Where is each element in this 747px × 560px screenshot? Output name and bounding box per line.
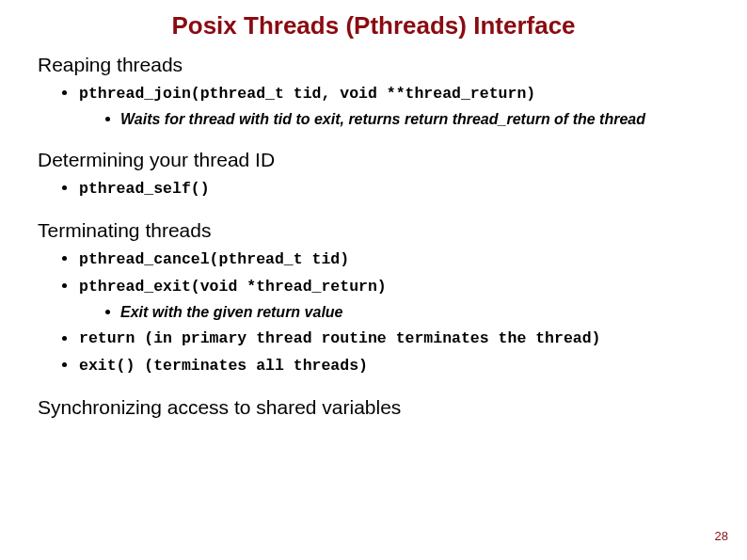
exit-sublist: Exit with the given return value [105,302,709,323]
list-item: Waits for thread with tid to exit, retur… [105,109,709,130]
section-reaping-heading: Reaping threads [38,54,709,76]
page-number: 28 [715,529,728,543]
pthread-exit-signature: pthread_exit(void *thread_return) [79,278,387,296]
list-item: pthread_self() [62,177,709,200]
list-item: return (in primary thread routine termin… [62,327,709,350]
terminating-list: pthread_cancel(pthread_t tid) pthread_ex… [62,248,709,377]
reaping-sublist: Waits for thread with tid to exit, retur… [105,109,709,130]
slide-title: Posix Threads (Pthreads) Interface [38,11,709,40]
self-list: pthread_self() [62,177,709,200]
pthread-join-signature: pthread_join(pthread_t tid, void **threa… [79,85,535,103]
return-note: return (in primary thread routine termin… [79,329,601,347]
pthread-join-note: Waits for thread with tid to exit, retur… [120,111,645,127]
reaping-list: pthread_join(pthread_t tid, void **threa… [62,82,709,130]
section-self-heading: Determining your thread ID [38,149,709,171]
slide: Posix Threads (Pthreads) Interface Reapi… [0,0,747,560]
list-item: pthread_exit(void *thread_return) Exit w… [62,275,709,323]
pthread-exit-note: Exit with the given return value [120,304,343,320]
pthread-self-signature: pthread_self() [79,180,210,198]
list-item: Exit with the given return value [105,302,709,323]
list-item: exit() (terminates all threads) [62,354,709,377]
section-sync-heading: Synchronizing access to shared variables [38,396,709,419]
pthread-cancel-signature: pthread_cancel(pthread_t tid) [79,250,349,268]
list-item: pthread_cancel(pthread_t tid) [62,248,709,271]
list-item: pthread_join(pthread_t tid, void **threa… [62,82,709,130]
exit-note: exit() (terminates all threads) [79,357,368,375]
section-terminating-heading: Terminating threads [38,219,709,242]
